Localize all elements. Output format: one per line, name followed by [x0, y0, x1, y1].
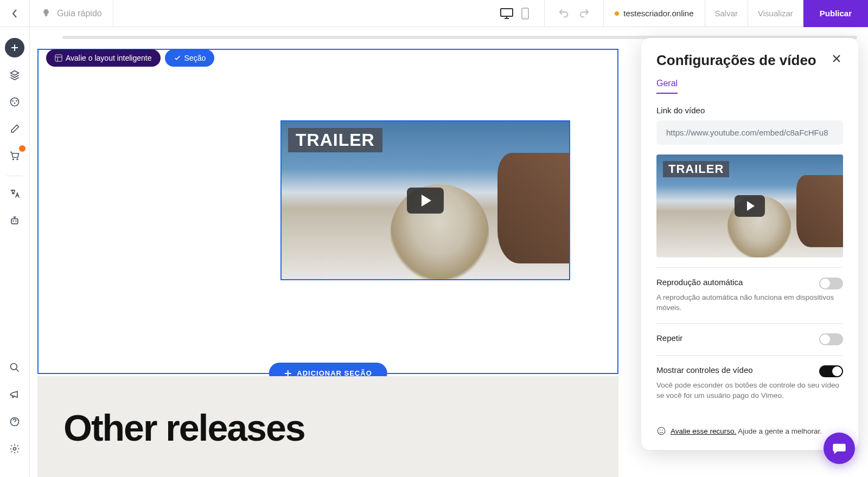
undo-button[interactable]: [556, 5, 572, 22]
autoplay-label: Reprodução automática: [656, 278, 743, 287]
chat-icon: [832, 441, 847, 456]
panel-footer: Avalie esse recurso. Ajude a gente a mel…: [656, 426, 843, 436]
trailer-label: TRAILER: [288, 128, 382, 152]
redo-button[interactable]: [576, 5, 592, 22]
chevron-left-icon: [12, 9, 17, 18]
translate-button[interactable]: [5, 184, 24, 203]
svg-point-6: [14, 102, 16, 104]
section-badges: Avalie o layout inteligente Seção: [46, 49, 214, 67]
gear-icon: [9, 443, 20, 454]
palette-icon: [9, 96, 20, 107]
translate-icon: [9, 188, 20, 199]
svg-point-9: [15, 221, 17, 222]
svg-point-5: [16, 100, 17, 102]
video-element[interactable]: TRAILER: [280, 120, 570, 280]
store-button[interactable]: [5, 146, 24, 166]
settings-button[interactable]: [5, 439, 24, 459]
play-icon[interactable]: [735, 195, 765, 217]
domain-indicator[interactable]: testescriador.online: [604, 0, 705, 27]
controls-toggle[interactable]: [819, 365, 843, 377]
robot-icon: [9, 215, 20, 226]
pencil-icon: [9, 124, 20, 134]
tab-general[interactable]: Geral: [656, 79, 678, 94]
preview-button[interactable]: Visualizar: [748, 0, 803, 27]
ai-button[interactable]: [5, 211, 24, 230]
svg-point-15: [660, 430, 661, 431]
layout-icon: [55, 54, 62, 62]
svg-rect-0: [501, 9, 513, 16]
plus-icon: [11, 44, 18, 51]
panel-tabs: Geral: [656, 79, 843, 94]
panel-title: Configurações de vídeo: [656, 52, 816, 69]
desktop-device-button[interactable]: [499, 5, 515, 22]
svg-point-12: [14, 448, 16, 450]
domain-label: testescriador.online: [623, 9, 693, 18]
rocket-icon: [41, 8, 52, 19]
feedback-link[interactable]: Avalie esse recurso.: [671, 427, 736, 435]
video-thumbnail: TRAILER: [282, 121, 569, 279]
help-button[interactable]: [5, 412, 24, 431]
left-rail: [0, 27, 30, 477]
video-link-input[interactable]: [656, 120, 843, 145]
svg-point-4: [12, 100, 14, 102]
svg-point-3: [11, 98, 19, 106]
repeat-label: Repetir: [656, 333, 682, 343]
redo-icon: [578, 8, 590, 20]
undo-icon: [558, 8, 570, 20]
smart-layout-badge[interactable]: Avalie o layout inteligente: [46, 49, 161, 67]
layers-button[interactable]: [5, 65, 24, 85]
svg-point-2: [525, 17, 526, 18]
section-badge[interactable]: Seção: [165, 49, 215, 67]
chat-bubble-button[interactable]: [824, 433, 855, 464]
smile-icon: [656, 426, 666, 436]
controls-desc: Você pode esconder os botões de controle…: [656, 381, 843, 401]
selected-section[interactable]: Avalie o layout inteligente Seção TRAILE…: [37, 49, 618, 374]
status-dot-icon: [615, 11, 619, 16]
svg-point-8: [12, 221, 14, 222]
video-link-label: Link do vídeo: [656, 106, 843, 115]
announce-button[interactable]: [5, 385, 24, 404]
svg-point-10: [11, 364, 17, 370]
close-button[interactable]: [830, 52, 843, 65]
quickguide-button[interactable]: Guia rápido: [30, 0, 113, 27]
add-element-button[interactable]: [5, 38, 24, 57]
cart-icon: [9, 151, 20, 162]
history-group: [545, 0, 604, 27]
svg-point-14: [658, 427, 665, 435]
megaphone-icon: [9, 389, 20, 400]
edit-button[interactable]: [5, 119, 24, 139]
search-button[interactable]: [5, 358, 24, 377]
svg-rect-7: [11, 219, 18, 224]
notification-badge-icon: [19, 145, 25, 152]
trailer-label-small: TRAILER: [663, 161, 729, 177]
publish-button[interactable]: Publicar: [803, 0, 868, 27]
device-switcher: [488, 0, 545, 27]
repeat-toggle[interactable]: [819, 333, 843, 345]
video-preview[interactable]: TRAILER: [656, 154, 843, 257]
video-settings-panel: Configurações de vídeo Geral Link do víd…: [641, 38, 858, 450]
help-icon: [9, 416, 20, 427]
mobile-device-button[interactable]: [517, 5, 533, 22]
check-icon: [174, 54, 181, 62]
back-button[interactable]: [0, 0, 30, 27]
layers-icon: [9, 69, 20, 80]
other-releases-heading: Other releases: [63, 407, 592, 449]
topbar: Guia rápido testescriador.online Salvar …: [0, 0, 868, 27]
theme-button[interactable]: [5, 92, 24, 112]
autoplay-desc: A reprodução automática não funciona em …: [656, 293, 843, 313]
mobile-icon: [521, 8, 529, 20]
save-button[interactable]: Salvar: [705, 0, 749, 27]
controls-label: Mostrar controles de vídeo: [656, 365, 753, 375]
play-icon[interactable]: [407, 188, 444, 214]
search-icon: [9, 362, 20, 373]
desktop-icon: [500, 8, 513, 19]
close-icon: [832, 54, 841, 63]
svg-rect-13: [55, 55, 62, 61]
quickguide-label: Guia rápido: [57, 9, 102, 18]
other-releases-section: Other releases: [37, 376, 618, 477]
svg-point-16: [662, 430, 663, 431]
autoplay-toggle[interactable]: [819, 278, 843, 289]
